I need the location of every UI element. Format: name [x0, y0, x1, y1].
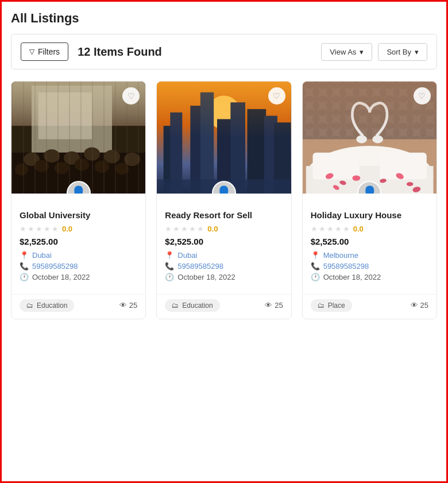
items-found-text: 12 Items Found: [78, 45, 312, 59]
listings-grid: ♡ 👤 Global University ★ ★ ★ ★ ★ 0.0: [11, 81, 437, 319]
svg-point-15: [95, 161, 110, 173]
card-image-wrap: ♡ 👤: [303, 82, 437, 194]
card-body: Ready Resort for Sell ★ ★ ★ ★ ★ 0.0 $2,5…: [157, 194, 291, 291]
star-2: ★: [28, 225, 34, 233]
date-text: October 18, 2022: [32, 273, 90, 281]
svg-point-11: [15, 163, 28, 175]
listing-title: Global University: [20, 210, 137, 221]
phone-text[interactable]: 59589585298: [32, 262, 78, 271]
location-row: 📍 Dubai: [165, 251, 283, 260]
phone-icon: 📞: [165, 262, 174, 271]
avatar-icon: 👤: [362, 187, 377, 194]
stars: ★ ★ ★ ★ ★: [311, 225, 350, 233]
eye-icon: 👁: [119, 301, 127, 310]
phone-icon: 📞: [311, 262, 320, 271]
svg-rect-2: [32, 86, 112, 153]
card-footer: 🗂 Education 👁 25: [157, 294, 291, 319]
view-as-button[interactable]: View As ▾: [321, 43, 372, 61]
svg-point-14: [75, 159, 90, 171]
heart-icon: ♡: [418, 91, 426, 101]
card-footer: 🗂 Place 👁 25: [303, 294, 437, 319]
svg-rect-20: [171, 113, 183, 194]
filter-button[interactable]: ▽ Filters: [21, 42, 68, 61]
rating-value: 0.0: [207, 225, 218, 233]
svg-rect-24: [231, 102, 246, 194]
card-footer: 🗂 Education 👁 25: [11, 294, 145, 319]
date-row: 🕐 October 18, 2022: [165, 273, 283, 281]
svg-point-18: [207, 96, 241, 129]
date-text: October 18, 2022: [323, 273, 381, 281]
wishlist-button[interactable]: ♡: [268, 87, 285, 105]
clock-icon: 🕐: [311, 273, 320, 281]
listing-price: $2,525.00: [20, 237, 137, 246]
chevron-down-icon: ▾: [360, 48, 364, 56]
views-count: 25: [420, 301, 428, 310]
filter-bar: ▽ Filters 12 Items Found View As ▾ Sort …: [11, 34, 437, 69]
svg-point-39: [339, 180, 346, 186]
phone-row: 📞 59589585298: [311, 262, 428, 271]
star-4: ★: [189, 225, 196, 233]
date-row: 🕐 October 18, 2022: [311, 273, 428, 281]
location-text[interactable]: Dubai: [177, 251, 197, 260]
star-5: ★: [197, 225, 204, 233]
svg-point-8: [84, 147, 100, 160]
svg-point-37: [372, 135, 383, 143]
location-text[interactable]: Melbourne: [323, 251, 358, 260]
svg-rect-35: [380, 153, 427, 180]
svg-rect-3: [38, 92, 92, 140]
svg-point-42: [395, 172, 405, 180]
wishlist-button[interactable]: ♡: [414, 87, 431, 105]
svg-point-5: [24, 153, 40, 166]
svg-point-43: [406, 182, 413, 186]
views-row: 👁 25: [411, 301, 428, 310]
phone-row: 📞 59589585298: [20, 262, 137, 271]
svg-point-38: [325, 172, 334, 180]
svg-point-13: [55, 162, 69, 174]
listing-price: $2,525.00: [165, 237, 283, 246]
svg-point-45: [412, 186, 421, 194]
star-3: ★: [181, 225, 188, 233]
clock-icon: 🕐: [20, 273, 29, 281]
svg-rect-21: [191, 106, 211, 194]
svg-point-36: [356, 135, 367, 143]
svg-rect-19: [164, 126, 180, 194]
clock-icon: 🕐: [165, 273, 174, 281]
category-icon: 🗂: [318, 302, 325, 310]
svg-rect-22: [200, 92, 214, 194]
svg-rect-27: [274, 122, 291, 194]
svg-rect-1: [11, 82, 145, 126]
page-wrapper: All Listings ▽ Filters 12 Items Found Vi…: [0, 0, 448, 483]
svg-point-16: [115, 163, 129, 175]
star-2: ★: [173, 225, 180, 233]
listing-title: Holiday Luxury House: [311, 210, 428, 221]
star-4: ★: [44, 225, 51, 233]
phone-text[interactable]: 59589585298: [323, 262, 369, 271]
heart-icon: ♡: [273, 91, 280, 101]
location-icon: 📍: [165, 251, 174, 260]
listing-price: $2,525.00: [311, 237, 428, 246]
location-text[interactable]: Dubai: [32, 251, 52, 260]
star-1: ★: [165, 225, 172, 233]
stars: ★ ★ ★ ★ ★: [165, 225, 204, 233]
category-badge: 🗂 Place: [311, 299, 352, 312]
views-count: 25: [129, 301, 137, 310]
eye-icon: 👁: [265, 301, 272, 310]
rating-value: 0.0: [353, 225, 364, 233]
heart-icon: ♡: [128, 91, 135, 101]
card-body: Holiday Luxury House ★ ★ ★ ★ ★ 0.0 $2,52…: [303, 194, 437, 291]
phone-icon: 📞: [20, 262, 29, 271]
svg-point-10: [124, 153, 140, 166]
star-1: ★: [311, 225, 318, 233]
rating-value: 0.0: [62, 225, 72, 233]
category-text: Education: [37, 302, 67, 310]
sort-by-button[interactable]: Sort By ▾: [378, 43, 427, 61]
category-badge: 🗂 Education: [165, 299, 219, 312]
category-icon: 🗂: [26, 302, 33, 310]
eye-icon: 👁: [411, 301, 418, 310]
views-count: 25: [275, 301, 283, 310]
listing-card: ♡ 👤 Global University ★ ★ ★ ★ ★ 0.0: [11, 81, 146, 319]
card-body: Global University ★ ★ ★ ★ ★ 0.0 $2,525.0…: [11, 194, 145, 291]
category-badge: 🗂 Education: [20, 299, 74, 312]
phone-text[interactable]: 59589585298: [177, 262, 223, 271]
svg-rect-34: [312, 153, 360, 180]
